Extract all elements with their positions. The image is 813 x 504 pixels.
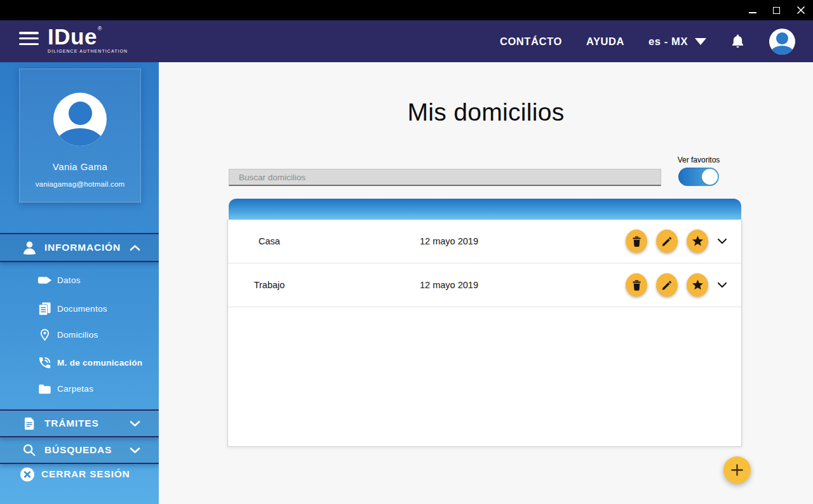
sidebar-section-label: INFORMACIÓN: [44, 242, 121, 253]
app-window: IDue ® DILIGENCE AUTHENTICATION CONTÁCTO…: [0, 0, 813, 504]
domicile-name: Casa: [241, 220, 298, 263]
domiciles-table: Casa 12 mayo 2019: [227, 220, 742, 447]
search-input[interactable]: [229, 169, 661, 186]
pencil-icon: [661, 279, 673, 291]
trash-icon: [631, 279, 643, 291]
sidebar-item-m-de-comunicacion[interactable]: M. de comunicación: [0, 354, 159, 371]
domicile-date: 12 mayo 2019: [398, 263, 500, 307]
app-logo: IDue ® DILIGENCE AUTHENTICATION: [48, 25, 128, 54]
toggle-knob: [702, 169, 718, 185]
notifications-button[interactable]: [730, 34, 745, 50]
expand-row-button[interactable]: [716, 279, 729, 291]
table-row: Trabajo 12 mayo 2019: [228, 263, 741, 307]
profile-avatar-button[interactable]: [769, 29, 795, 55]
user-icon: [21, 240, 37, 256]
user-icon: [69, 102, 92, 125]
table-header-bar: [229, 199, 741, 220]
plus-icon: [730, 463, 744, 477]
sidebar-section-label: TRÁMITES: [44, 418, 99, 429]
close-icon: [796, 6, 805, 15]
logout-button[interactable]: CERRAR SESIÓN: [0, 464, 159, 484]
domicile-date: 12 mayo 2019: [398, 220, 500, 263]
favorite-button[interactable]: [687, 230, 708, 253]
user-icon: [776, 32, 788, 44]
avatar: [53, 93, 107, 146]
edit-button[interactable]: [656, 230, 678, 253]
sidebar-section-informacion[interactable]: INFORMACIÓN: [0, 233, 159, 262]
logo-subtitle: DILIGENCE AUTHENTICATION: [48, 50, 128, 54]
sidebar-item-label: Domicilios: [57, 330, 98, 340]
close-circle-icon: [20, 467, 35, 482]
sidebar-item-label: M. de comunicación: [57, 358, 142, 368]
nav-link-ayuda[interactable]: AYUDA: [586, 36, 624, 48]
folder-icon: [36, 383, 53, 395]
app-header: IDue ® DILIGENCE AUTHENTICATION CONTÁCTO…: [0, 20, 813, 62]
language-value: es - MX: [648, 36, 688, 48]
star-icon: [691, 235, 704, 248]
sidebar-section-busquedas[interactable]: BÚSQUEDAS: [0, 437, 159, 464]
menu-button[interactable]: [19, 32, 39, 45]
sidebar-section-tramites[interactable]: TRÁMITES: [0, 409, 159, 437]
id-card-icon: [36, 276, 53, 284]
delete-button[interactable]: [626, 230, 647, 253]
delete-button[interactable]: [626, 274, 647, 297]
main-content: Mis domicilios Ver favoritos Casa 12 may…: [159, 62, 813, 504]
phone-icon: [36, 355, 53, 370]
chevron-down-icon: [130, 447, 140, 454]
registered-mark: ®: [98, 26, 102, 32]
domicile-name: Trabajo: [241, 263, 298, 307]
sidebar-item-carpetas[interactable]: Carpetas: [0, 380, 159, 397]
sidebar-item-label: Carpetas: [57, 384, 93, 394]
sidebar-item-label: Documentos: [57, 304, 107, 314]
location-pin-icon: [36, 328, 53, 342]
favorites-toggle-label: Ver favoritos: [642, 156, 756, 164]
window-titlebar: [0, 0, 813, 20]
language-selector[interactable]: es - MX: [648, 36, 706, 48]
bell-icon: [730, 34, 745, 50]
logout-label: CERRAR SESIÓN: [41, 468, 130, 480]
chevron-down-icon: [130, 420, 140, 427]
table-row: Casa 12 mayo 2019: [228, 220, 741, 263]
pencil-icon: [661, 235, 673, 247]
page-title: Mis domicilios: [159, 98, 813, 126]
chevron-down-icon: [717, 238, 727, 244]
documents-icon: [36, 302, 53, 316]
star-icon: [691, 279, 704, 292]
edit-button[interactable]: [656, 274, 678, 297]
triangle-down-icon: [695, 38, 706, 45]
chevron-up-icon: [130, 244, 140, 251]
document-icon: [21, 416, 37, 430]
logo-title: IDue: [48, 25, 97, 48]
favorites-toggle[interactable]: [678, 168, 719, 186]
maximize-icon: [773, 7, 780, 14]
trash-icon: [631, 235, 643, 248]
sidebar-section-label: BÚSQUEDAS: [44, 444, 112, 456]
sidebar-item-label: Datos: [57, 275, 81, 285]
profile-email: vaniagamag@hotmail.com: [36, 180, 125, 188]
sidebar-item-domicilios[interactable]: Domicilios: [0, 326, 159, 343]
nav-link-contacto[interactable]: CONTÁCTO: [500, 36, 562, 48]
add-domicile-button[interactable]: [723, 456, 751, 484]
sidebar: Vania Gama vaniagamag@hotmail.com INFORM…: [0, 62, 159, 504]
profile-name: Vania Gama: [53, 161, 107, 172]
search-icon: [21, 443, 37, 457]
minimize-icon: [749, 12, 756, 13]
hamburger-icon: [19, 32, 39, 34]
minimize-button[interactable]: [748, 6, 757, 15]
maximize-button[interactable]: [772, 6, 781, 15]
expand-row-button[interactable]: [716, 235, 729, 248]
chevron-down-icon: [717, 282, 727, 288]
profile-card: Vania Gama vaniagamag@hotmail.com: [19, 69, 141, 202]
sidebar-item-documentos[interactable]: Documentos: [0, 300, 159, 317]
header-actions: CONTÁCTO AYUDA es - MX: [500, 20, 795, 62]
favorite-button[interactable]: [687, 274, 708, 297]
sidebar-item-datos[interactable]: Datos: [0, 272, 159, 289]
window-controls: [748, 0, 805, 20]
close-button[interactable]: [796, 6, 805, 15]
